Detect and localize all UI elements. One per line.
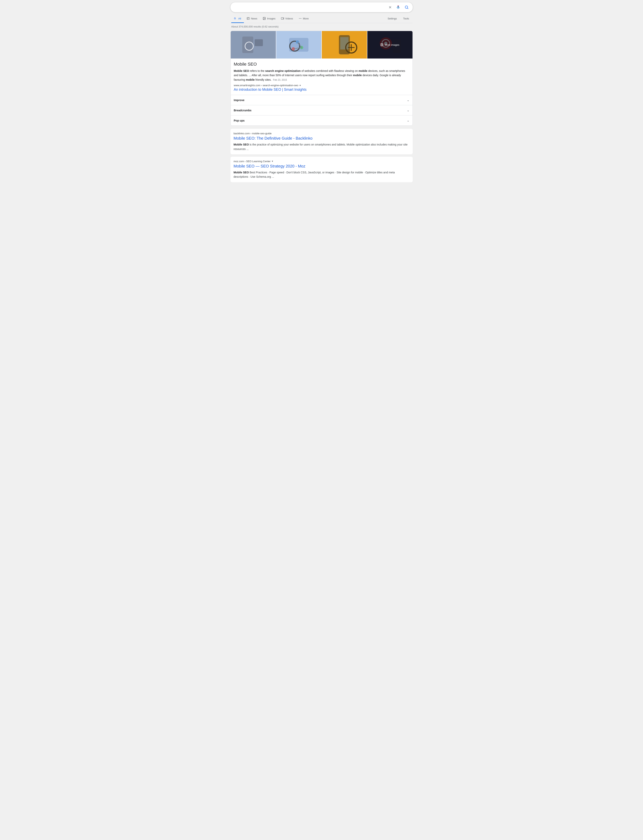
settings-label: Settings [388, 17, 397, 20]
result-title-2[interactable]: Mobile SEO — SEO Strategy 2020 - Moz [233, 163, 410, 169]
news-icon [246, 17, 250, 20]
svg-text:G: G [234, 17, 236, 20]
tools-label: Tools [403, 17, 409, 20]
search-bar-icons [388, 4, 410, 10]
chevron-improve-icon: ⌄ [407, 98, 410, 102]
tab-tools[interactable]: Tools [400, 15, 412, 23]
nav-right: Settings Tools [385, 15, 412, 23]
chevron-breadcrumbs-icon: ⌄ [407, 108, 410, 112]
knowledge-image-1[interactable] [231, 31, 276, 59]
mic-button[interactable] [395, 5, 401, 10]
tab-all-label: All [238, 17, 241, 20]
result-title-1[interactable]: Mobile SEO: The Definitive Guide - Backl… [233, 136, 410, 141]
svg-point-4 [264, 18, 264, 18]
knowledge-image-4[interactable]: More images [367, 31, 413, 59]
result-url-dropdown-2[interactable]: ▼ [271, 160, 274, 162]
svg-point-25 [381, 44, 382, 44]
chevron-popups-icon: ⌄ [407, 119, 410, 122]
results-count: About 374,000,000 results (0.62 seconds) [230, 25, 413, 28]
knowledge-image-3[interactable] [322, 31, 367, 59]
svg-point-8 [301, 18, 301, 19]
tab-more[interactable]: More [296, 15, 312, 23]
knowledge-date: Feb 23, 2015 [273, 78, 287, 81]
svg-rect-5 [281, 18, 283, 19]
svg-point-6 [299, 18, 300, 19]
more-dots-icon [299, 17, 302, 20]
accordion-item-improve[interactable]: Improve ⌄ [231, 95, 413, 105]
images-icon [263, 17, 266, 20]
tab-videos-label: Videos [285, 17, 293, 20]
knowledge-link[interactable]: An introduction to Mobile SEO | Smart In… [234, 88, 307, 91]
tab-more-label: More [303, 17, 309, 20]
nav-tabs: G All News Images [230, 15, 413, 23]
accordion-item-popups[interactable]: Pop ups ⌄ [231, 115, 413, 126]
knowledge-source-url: www.smartinsights.com › search-engine-op… [234, 84, 299, 87]
more-images-label: More images [385, 43, 399, 46]
accordion-label-popups: Pop ups [234, 119, 245, 122]
search-bar: mobile seo [230, 2, 413, 12]
tab-all[interactable]: G All [231, 15, 244, 23]
result-url-2: moz.com › SEO Learning Center ▼ [233, 160, 410, 163]
result-snippet-2: Mobile SEO Best Practices · Page speed ·… [233, 170, 410, 179]
knowledge-title: Mobile SEO [234, 62, 410, 67]
clear-icon [388, 5, 392, 9]
knowledge-source: www.smartinsights.com › search-engine-op… [234, 84, 410, 87]
result-url-text-1: backlinko.com › mobile-seo-guide [233, 132, 272, 135]
accordion-label-breadcrumbs: Breadcrumbs [234, 109, 251, 112]
svg-rect-11 [255, 39, 263, 46]
svg-rect-9 [242, 36, 253, 53]
search-button[interactable] [404, 4, 410, 10]
tab-images[interactable]: Images [260, 15, 278, 23]
accordion-label-improve: Improve [234, 99, 245, 102]
result-card-2: moz.com › SEO Learning Center ▼ Mobile S… [230, 157, 413, 182]
tab-videos[interactable]: Videos [278, 15, 296, 23]
tab-news-label: News [251, 17, 258, 20]
tab-settings[interactable]: Settings [385, 15, 400, 23]
videos-icon [281, 17, 284, 20]
result-card-1: backlinko.com › mobile-seo-guide Mobile … [230, 129, 413, 154]
result-url-1: backlinko.com › mobile-seo-guide [233, 132, 410, 135]
more-images-overlay[interactable]: More images [367, 31, 413, 59]
page-wrapper: mobile seo [227, 0, 416, 187]
mic-icon [396, 5, 400, 9]
knowledge-panel: More images Mobile SEO Mobile SEO refers… [230, 31, 413, 126]
tab-images-label: Images [267, 17, 276, 20]
result-snippet-1: Mobile SEO is the practice of optimizing… [233, 142, 410, 151]
google-g-icon: G [234, 17, 237, 20]
accordion-item-breadcrumbs[interactable]: Breadcrumbs ⌄ [231, 105, 413, 115]
tab-news[interactable]: News [244, 15, 260, 23]
images-strip: More images [231, 31, 413, 59]
clear-button[interactable] [388, 5, 393, 10]
svg-point-7 [300, 18, 300, 19]
knowledge-desc: Mobile SEO refers to the search engine o… [234, 69, 410, 82]
knowledge-image-2[interactable] [276, 31, 322, 59]
result-url-text-2: moz.com › SEO Learning Center [233, 160, 271, 163]
search-input[interactable]: mobile seo [233, 5, 388, 10]
image-overlay-icon [380, 43, 384, 46]
search-icon [405, 5, 409, 10]
source-dropdown-icon[interactable]: ▼ [299, 84, 301, 86]
knowledge-body: Mobile SEO Mobile SEO refers to the sear… [231, 62, 413, 95]
